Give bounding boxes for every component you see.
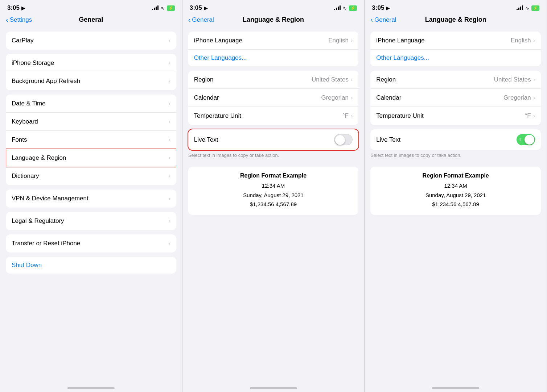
row-temperature-3[interactable]: Temperature Unit °F ›	[370, 107, 541, 125]
row-date-time[interactable]: Date & Time ›	[6, 95, 176, 113]
home-bar-1	[67, 387, 115, 389]
chevron-icon: ›	[168, 100, 170, 107]
region-value-3: United States	[494, 76, 531, 83]
section-iphone-lang-3: iPhone Language English › Other Language…	[370, 32, 541, 66]
keyboard-label: Keyboard	[12, 118, 168, 125]
region-format-numbers-3: $1,234.56 4,567.89	[376, 200, 535, 209]
home-bar-3	[432, 387, 479, 389]
row-region-2[interactable]: Region United States ›	[188, 71, 359, 89]
nav-title-3: Language & Region	[425, 16, 486, 24]
chevron-icon: ›	[168, 218, 170, 224]
legal-label: Legal & Regulatory	[12, 217, 168, 225]
calendar-value-3: Gregorian	[503, 94, 531, 101]
dictionary-label: Dictionary	[12, 172, 168, 180]
temperature-label-2: Temperature Unit	[194, 112, 342, 120]
row-legal[interactable]: Legal & Regulatory ›	[6, 212, 176, 230]
row-other-languages-3[interactable]: Other Languages...	[370, 50, 541, 66]
iphone-storage-label: iPhone Storage	[12, 59, 168, 67]
section-storage: iPhone Storage › Background App Refresh …	[6, 54, 176, 90]
status-time-3: 3:05 ▶	[372, 4, 390, 12]
live-text-label-2: Live Text	[194, 136, 334, 143]
chevron-icon: ›	[351, 76, 353, 83]
live-text-toggle-3[interactable]: I	[517, 134, 535, 145]
row-iphone-storage[interactable]: iPhone Storage ›	[6, 54, 176, 72]
wifi-icon: ∿	[161, 5, 165, 11]
region-label-2: Region	[194, 76, 312, 83]
toggle-thumb-2	[335, 135, 345, 145]
back-arrow-icon-2: ‹	[188, 16, 191, 24]
wifi-icon-3: ∿	[525, 5, 529, 11]
signal-icon	[152, 6, 159, 10]
row-fonts[interactable]: Fonts ›	[6, 131, 176, 149]
iphone-language-label-3: iPhone Language	[376, 37, 511, 44]
home-indicator-3	[365, 381, 547, 392]
live-text-label-3: Live Text	[376, 136, 517, 143]
signal-icon-3	[517, 6, 523, 10]
section-live-text-3: Live Text I	[370, 129, 541, 150]
other-languages-label-3: Other Languages...	[376, 54, 429, 62]
row-vpn[interactable]: VPN & Device Management ›	[6, 189, 176, 208]
live-text-toggle-2[interactable]	[334, 134, 353, 145]
section-region-3: Region United States › Calendar Gregoria…	[370, 71, 541, 125]
chevron-icon: ›	[351, 113, 353, 119]
row-dictionary[interactable]: Dictionary ›	[6, 167, 176, 185]
nav-title-2: Language & Region	[243, 16, 304, 24]
row-transfer[interactable]: Transfer or Reset iPhone ›	[6, 234, 176, 253]
panel-3: 3:05 ▶ ∿ ⚡ ‹ General Language & Region i…	[365, 0, 547, 392]
status-bar-3: 3:05 ▶ ∿ ⚡	[365, 0, 547, 14]
chevron-icon: ›	[533, 37, 535, 44]
chevron-icon: ›	[168, 37, 170, 44]
status-bar-2: 3:05 ▶ ∿ ⚡	[182, 0, 365, 14]
row-live-text-2[interactable]: Live Text	[188, 129, 359, 150]
region-format-time-3: 12:34 AM	[376, 181, 535, 191]
row-live-text-3[interactable]: Live Text I	[370, 129, 541, 150]
chevron-icon: ›	[533, 95, 535, 101]
region-format-title-2: Region Format Example	[194, 172, 353, 179]
back-button-2[interactable]: ‹ General	[188, 16, 214, 24]
chevron-icon: ›	[168, 155, 170, 161]
row-background-refresh[interactable]: Background App Refresh ›	[6, 72, 176, 90]
iphone-language-value-3: English	[511, 37, 531, 44]
back-button-1[interactable]: ‹ Settings	[6, 16, 32, 24]
row-iphone-language-3[interactable]: iPhone Language English ›	[370, 32, 541, 50]
time-display-2: 3:05	[190, 4, 202, 12]
status-icons-1: ∿ ⚡	[152, 5, 175, 11]
location-icon-2: ▶	[204, 5, 207, 11]
row-keyboard[interactable]: Keyboard ›	[6, 113, 176, 131]
signal-icon-2	[334, 6, 341, 10]
background-refresh-label: Background App Refresh	[12, 78, 168, 85]
calendar-label-3: Calendar	[376, 94, 503, 101]
toggle-thumb-3	[525, 135, 534, 145]
region-format-date-2: Sunday, August 29, 2021	[194, 191, 353, 200]
shutdown-link[interactable]: Shut Down	[6, 257, 176, 274]
row-calendar-3[interactable]: Calendar Gregorian ›	[370, 89, 541, 107]
row-region-3[interactable]: Region United States ›	[370, 71, 541, 89]
live-text-subtext-2: Select text in images to copy or take ac…	[182, 150, 365, 162]
back-label-2: General	[192, 16, 214, 24]
settings-list: CarPlay › iPhone Storage › Background Ap…	[0, 27, 182, 381]
row-temperature-2[interactable]: Temperature Unit °F ›	[188, 107, 359, 125]
temperature-value-3: °F	[525, 112, 531, 120]
status-time-1: 3:05 ▶	[7, 4, 25, 12]
live-text-subtext-3: Select text in images to copy or take ac…	[365, 150, 547, 162]
location-icon: ▶	[21, 5, 25, 11]
lang-region-list-2: iPhone Language English › Other Language…	[182, 27, 365, 381]
section-carplay: CarPlay ›	[6, 32, 176, 50]
row-carplay[interactable]: CarPlay ›	[6, 32, 176, 50]
section-date-lang: Date & Time › Keyboard › Fonts › Languag…	[6, 95, 176, 185]
region-format-example-2: Region Format Example 12:34 AM Sunday, A…	[188, 167, 359, 215]
status-icons-2: ∿ ⚡	[334, 5, 357, 11]
row-other-languages-2[interactable]: Other Languages...	[188, 50, 359, 66]
status-time-2: 3:05 ▶	[190, 4, 207, 12]
row-iphone-language-2[interactable]: iPhone Language English ›	[188, 32, 359, 50]
row-language-region[interactable]: Language & Region ›	[6, 149, 176, 167]
temperature-label-3: Temperature Unit	[376, 112, 525, 120]
region-format-title-3: Region Format Example	[376, 172, 535, 179]
nav-bar-3: ‹ General Language & Region	[365, 14, 547, 27]
region-value-2: United States	[312, 76, 349, 83]
row-calendar-2[interactable]: Calendar Gregorian ›	[188, 89, 359, 107]
region-format-time-2: 12:34 AM	[194, 181, 353, 191]
shutdown-section: Shut Down	[6, 257, 176, 274]
nav-bar-2: ‹ General Language & Region	[182, 14, 365, 27]
back-button-3[interactable]: ‹ General	[370, 16, 396, 24]
